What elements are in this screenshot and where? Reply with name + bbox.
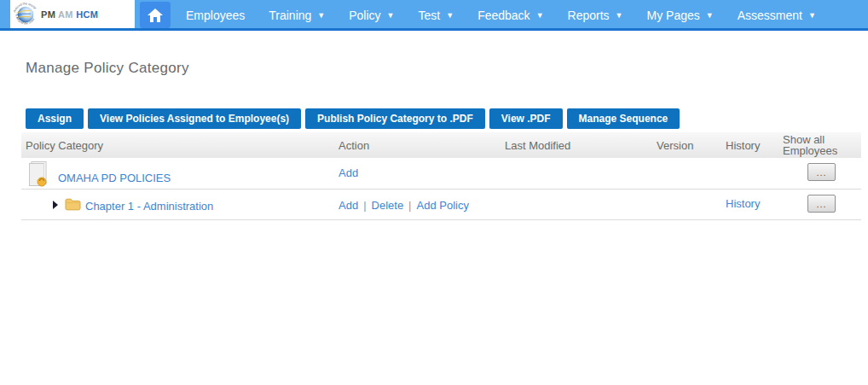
- home-button[interactable]: [140, 2, 171, 28]
- home-icon: [147, 8, 164, 23]
- top-navbar: Around the world Around the clock PM AM …: [0, 0, 868, 31]
- page-title: Manage Policy Category: [26, 60, 189, 77]
- folder-icon: [65, 198, 81, 211]
- globe-logo-icon: Around the world Around the clock: [12, 1, 39, 28]
- add-link[interactable]: Add: [339, 166, 358, 179]
- header-policy-category: Policy Category: [26, 139, 103, 152]
- toolbar: Assign View Policies Assigned to Employe…: [26, 108, 680, 129]
- main-menu: Employees Training ▼ Policy ▼ Test ▼ Fee…: [186, 0, 816, 31]
- chevron-down-icon: ▼: [387, 11, 395, 20]
- publish-policy-category-pdf-button[interactable]: Publish Policy Category to .PDF: [305, 108, 485, 129]
- show-all-employees-button[interactable]: ...: [807, 163, 836, 181]
- add-link[interactable]: Add: [339, 199, 358, 212]
- menu-item-feedback[interactable]: Feedback ▼: [477, 9, 543, 22]
- separator: |: [363, 199, 366, 212]
- view-policies-assigned-button[interactable]: View Policies Assigned to Employee(s): [88, 108, 301, 129]
- separator: |: [408, 199, 411, 212]
- chevron-down-icon: ▼: [446, 11, 454, 20]
- policy-document-icon: [28, 160, 52, 187]
- view-pdf-button[interactable]: View .PDF: [489, 108, 563, 129]
- header-show-all-employees: Show allEmployees: [783, 134, 848, 156]
- menu-item-assessment[interactable]: Assessment ▼: [738, 9, 816, 22]
- menu-item-reports[interactable]: Reports ▼: [568, 9, 623, 22]
- add-policy-link[interactable]: Add Policy: [417, 199, 469, 212]
- table-header-row: Policy Category Action Last Modified Ver…: [21, 132, 861, 158]
- header-version: Version: [657, 139, 693, 152]
- menu-item-test[interactable]: Test ▼: [419, 9, 454, 22]
- chevron-down-icon: ▼: [808, 11, 816, 20]
- table-row: OMAHA PD POLICIES Add ...: [21, 158, 861, 190]
- menu-item-employees[interactable]: Employees: [186, 9, 245, 22]
- header-history: History: [726, 139, 760, 152]
- menu-item-policy[interactable]: Policy ▼: [349, 9, 394, 22]
- header-action: Action: [339, 139, 369, 152]
- policy-category-link[interactable]: OMAHA PD POLICIES: [58, 172, 171, 184]
- chevron-down-icon: ▼: [536, 11, 544, 20]
- menu-item-my-pages[interactable]: My Pages ▼: [647, 9, 714, 22]
- menu-item-training[interactable]: Training ▼: [269, 9, 325, 22]
- history-link[interactable]: History: [726, 197, 760, 210]
- manage-sequence-button[interactable]: Manage Sequence: [567, 108, 680, 129]
- expand-arrow-icon[interactable]: [53, 201, 58, 209]
- table-row: Chapter 1 - Administration Add|Delete|Ad…: [21, 190, 861, 220]
- brand-logo[interactable]: Around the world Around the clock PM AM …: [10, 0, 135, 28]
- policy-category-table: Policy Category Action Last Modified Ver…: [21, 132, 861, 220]
- chevron-down-icon: ▼: [317, 11, 325, 20]
- chevron-down-icon: ▼: [706, 11, 714, 20]
- policy-category-link[interactable]: Chapter 1 - Administration: [85, 200, 213, 213]
- delete-link[interactable]: Delete: [372, 199, 404, 212]
- assign-button[interactable]: Assign: [26, 108, 84, 129]
- logo-text: PM AM HCM: [41, 9, 98, 20]
- chevron-down-icon: ▼: [616, 11, 623, 20]
- show-all-employees-button[interactable]: ...: [807, 195, 836, 213]
- page: Around the world Around the clock PM AM …: [0, 0, 868, 385]
- header-last-modified: Last Modified: [505, 139, 570, 152]
